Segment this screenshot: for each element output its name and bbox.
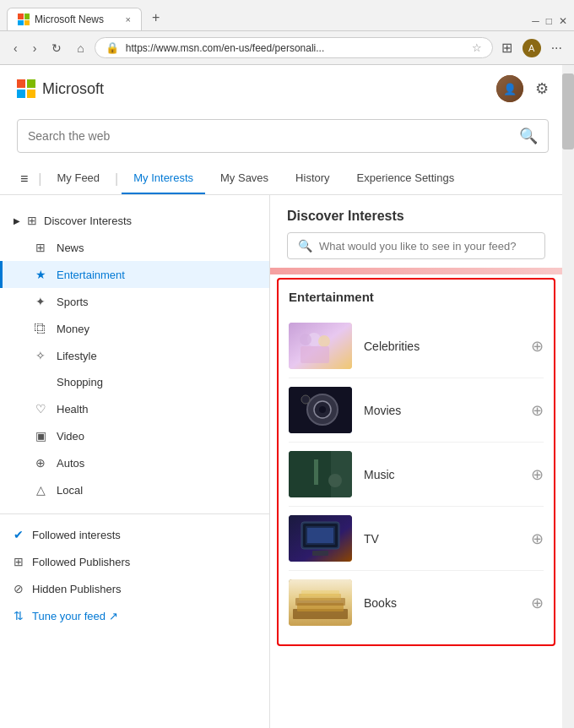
movies-add-button[interactable]: ⊕ (531, 401, 544, 420)
logo-text: Microsoft (42, 80, 104, 98)
ent-item-movies: Movies ⊕ (289, 378, 544, 443)
svg-rect-25 (301, 590, 339, 596)
profile-nav-button[interactable]: A (523, 39, 541, 57)
books-thumbnail (289, 579, 352, 626)
sidebar-followed-publishers[interactable]: ⊞ Followed Publishers (0, 548, 269, 575)
music-add-button[interactable]: ⊕ (531, 465, 544, 484)
navigation-bar: ‹ › ↻ ⌂ 🔒 https://www.msn.com/en-us/feed… (0, 30, 574, 64)
sports-icon: ✦ (33, 295, 48, 308)
forward-button[interactable]: › (28, 38, 42, 58)
search-input[interactable] (28, 129, 512, 143)
nav-tabs: ≡ | My Feed | My Interests My Saves Hist… (0, 163, 574, 195)
discover-title: Discover Interests (287, 209, 545, 224)
ent-item-books: Books ⊕ (289, 571, 544, 634)
browser-tab[interactable]: Microsoft News × (7, 8, 142, 30)
header-right: 👤 ⚙ (496, 75, 549, 102)
scrollbar-thumb[interactable] (562, 73, 574, 149)
money-icon: ⿻ (33, 322, 48, 335)
home-button[interactable]: ⌂ (72, 38, 89, 58)
celebrities-add-button[interactable]: ⊕ (531, 337, 544, 356)
health-icon: ♡ (33, 402, 48, 416)
sidebar-item-shopping-label: Shopping (57, 376, 103, 388)
tab-my-interests[interactable]: My Interests (122, 163, 205, 194)
tab-close-button[interactable]: × (126, 14, 131, 24)
music-thumbnail (289, 451, 352, 497)
sidebar-item-local[interactable]: △ Local (0, 476, 269, 503)
sidebar-item-sports[interactable]: ✦ Sports (0, 288, 269, 315)
svg-point-12 (328, 474, 342, 487)
ms-header: Microsoft 👤 ⚙ (0, 65, 574, 112)
tab-experience-settings[interactable]: Experience Settings (345, 163, 467, 194)
books-add-button[interactable]: ⊕ (531, 594, 544, 612)
lifestyle-icon: ✧ (33, 349, 48, 362)
hamburger-menu[interactable]: ≡ (14, 165, 35, 193)
entertainment-icon: ★ (33, 268, 48, 281)
tune-feed-label: Tune your feed ↗ (32, 610, 118, 622)
tab-favicon (18, 14, 30, 25)
more-options-button[interactable]: ··· (548, 37, 566, 59)
search-input-wrap: 🔍 (17, 119, 549, 153)
sidebar-item-lifestyle[interactable]: ✧ Lifestyle (0, 342, 269, 369)
tab-my-saves[interactable]: My Saves (208, 163, 280, 194)
svg-point-2 (300, 334, 311, 345)
celebrities-thumbnail (289, 323, 352, 369)
sidebar-tune-feed[interactable]: ⇅ Tune your feed ↗ (0, 602, 269, 629)
sidebar-discover-header[interactable]: ▶ ⊞ Discover Interests (0, 207, 269, 234)
discover-icon: ⊞ (27, 214, 37, 227)
discover-search-input[interactable] (319, 240, 534, 253)
hidden-publishers-label: Hidden Publishers (32, 583, 122, 595)
minimize-button[interactable]: ─ (532, 15, 539, 27)
sidebar-item-health[interactable]: ♡ Health (0, 395, 269, 422)
discover-header: Discover Interests 🔍 (270, 195, 562, 268)
settings-icon[interactable]: ⚙ (535, 79, 549, 98)
followed-interests-icon: ✔ (14, 528, 24, 541)
followed-publishers-label: Followed Publishers (32, 556, 130, 568)
sidebar-item-autos[interactable]: ⊕ Autos (0, 449, 269, 476)
sidebar-discover-section: ▶ ⊞ Discover Interests ⊞ News ★ Entertai… (0, 204, 269, 507)
sidebar-item-entertainment-label: Entertainment (57, 269, 125, 281)
search-icon[interactable]: 🔍 (519, 127, 538, 145)
page-scrollbar (562, 65, 574, 728)
sidebar-discover-label: Discover Interests (44, 215, 132, 227)
new-tab-button[interactable]: + (144, 5, 168, 30)
entertainment-title: Entertainment (289, 290, 544, 304)
autos-icon: ⊕ (33, 456, 48, 470)
search-section: 🔍 (0, 112, 574, 163)
address-bar[interactable]: 🔒 https://www.msn.com/en-us/feed/persona… (95, 37, 493, 58)
local-icon: △ (33, 483, 48, 497)
tab-my-feed[interactable]: My Feed (46, 163, 112, 194)
maximize-button[interactable]: □ (546, 15, 552, 27)
refresh-button[interactable]: ↻ (46, 38, 67, 58)
sidebar-item-shopping[interactable]: Shopping (0, 369, 269, 395)
books-label: Books (364, 596, 519, 610)
collections-button[interactable]: ⊞ (498, 36, 516, 59)
sidebar-item-video[interactable]: ▣ Video (0, 422, 269, 449)
sidebar-hidden-publishers[interactable]: ⊘ Hidden Publishers (0, 575, 269, 602)
followed-interests-label: Followed interests (32, 529, 121, 541)
sidebar-divider (0, 513, 269, 514)
sidebar-followed-interests[interactable]: ✔ Followed interests (0, 521, 269, 548)
svg-rect-4 (301, 346, 329, 363)
celebrities-label: Celebrities (364, 340, 519, 353)
ent-item-music: Music ⊕ (289, 443, 544, 507)
browser-chrome: Microsoft News × + ─ □ ✕ ‹ › ↻ ⌂ 🔒 https… (0, 0, 574, 65)
entertainment-section: Entertainment Celebrities ⊕ (277, 278, 555, 646)
sidebar-item-money[interactable]: ⿻ Money (0, 315, 269, 342)
sidebar-item-entertainment[interactable]: ★ Entertainment (0, 261, 269, 288)
sidebar-item-news-label: News (57, 242, 84, 254)
tv-add-button[interactable]: ⊕ (531, 530, 544, 548)
tune-feed-icon: ⇅ (14, 609, 24, 622)
news-icon: ⊞ (33, 241, 48, 254)
sidebar-item-news[interactable]: ⊞ News (0, 234, 269, 261)
tv-label: TV (364, 532, 519, 546)
tab-history[interactable]: History (284, 163, 341, 194)
svg-point-3 (318, 335, 330, 347)
svg-point-8 (319, 406, 326, 413)
sidebar-item-sports-label: Sports (57, 296, 89, 308)
back-button[interactable]: ‹ (8, 38, 23, 58)
avatar[interactable]: 👤 (496, 75, 523, 102)
sidebar-item-video-label: Video (57, 430, 84, 443)
close-window-button[interactable]: ✕ (559, 15, 567, 27)
sidebar-item-local-label: Local (57, 484, 83, 497)
microsoft-logo[interactable]: Microsoft (17, 79, 104, 98)
